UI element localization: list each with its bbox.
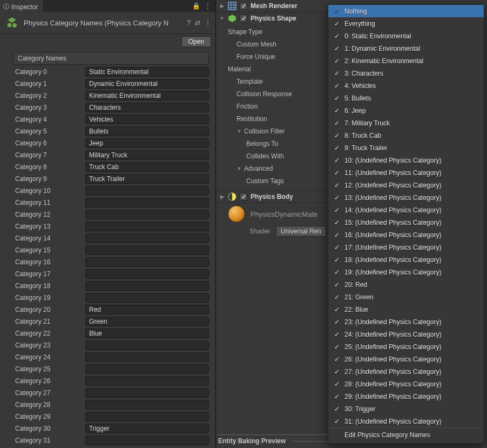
dropdown-item[interactable]: ✓10: (Undefined Physics Category) bbox=[328, 154, 484, 166]
dropdown-item[interactable]: ✓24: (Undefined Physics Category) bbox=[328, 328, 484, 340]
category-input[interactable] bbox=[85, 436, 209, 445]
category-label: Category 17 bbox=[13, 270, 83, 278]
menu-icon[interactable]: ⋮ bbox=[205, 19, 211, 26]
category-input[interactable] bbox=[85, 150, 209, 160]
dropdown-item[interactable]: ✓16: (Undefined Physics Category) bbox=[328, 229, 484, 241]
dropdown-item[interactable]: ✓27: (Undefined Physics Category) bbox=[328, 365, 484, 378]
category-input[interactable] bbox=[85, 388, 209, 398]
category-input[interactable] bbox=[85, 352, 209, 362]
dropdown-item[interactable]: ✓14: (Undefined Physics Category) bbox=[328, 204, 484, 216]
physics-shape-checkbox[interactable]: ✓ bbox=[240, 15, 247, 22]
category-input[interactable] bbox=[85, 222, 209, 231]
dropdown-item[interactable]: ✓22: Blue bbox=[328, 303, 484, 316]
tab-menu-icon[interactable]: ⋮ bbox=[205, 2, 211, 10]
check-icon: ✓ bbox=[334, 169, 340, 177]
category-input[interactable] bbox=[85, 91, 209, 101]
category-input[interactable] bbox=[85, 305, 209, 315]
category-input[interactable] bbox=[85, 281, 209, 291]
dropdown-item-label: 19: (Undefined Physics Category) bbox=[344, 269, 441, 276]
dropdown-item[interactable]: ✓20: Red bbox=[328, 278, 484, 291]
foldout-icon[interactable]: ▶ bbox=[219, 194, 225, 199]
dropdown-item[interactable]: ✓15: (Undefined Physics Category) bbox=[328, 216, 484, 229]
dropdown-item[interactable]: ✓18: (Undefined Physics Category) bbox=[328, 253, 484, 266]
dropdown-item[interactable]: ✓11: (Undefined Physics Category) bbox=[328, 166, 484, 179]
layer-mask-dropdown[interactable]: ✓ Nothing ✓ Everything ✓0: Static Enviro… bbox=[328, 4, 484, 444]
dropdown-item-everything[interactable]: ✓ Everything bbox=[328, 17, 484, 30]
dropdown-item[interactable]: ✓29: (Undefined Physics Category) bbox=[328, 390, 484, 403]
category-input[interactable] bbox=[85, 269, 209, 279]
category-input[interactable] bbox=[85, 245, 209, 255]
dropdown-item[interactable]: ✓25: (Undefined Physics Category) bbox=[328, 340, 484, 353]
dropdown-item[interactable]: ✓31: (Undefined Physics Category) bbox=[328, 415, 484, 427]
category-input[interactable] bbox=[85, 198, 209, 208]
dropdown-item[interactable]: ✓21: Green bbox=[328, 291, 484, 303]
help-icon[interactable]: ? bbox=[187, 19, 191, 26]
dropdown-item[interactable]: ✓6: Jeep bbox=[328, 104, 484, 117]
category-input[interactable] bbox=[85, 67, 209, 77]
foldout-icon[interactable]: ▼ bbox=[219, 16, 225, 21]
category-input[interactable] bbox=[85, 400, 209, 410]
category-input[interactable] bbox=[85, 412, 209, 422]
dropdown-item[interactable]: ✓2: Kinematic Environmental bbox=[328, 55, 484, 67]
category-input[interactable] bbox=[85, 340, 209, 350]
dropdown-item-label: 21: Green bbox=[344, 293, 373, 301]
dropdown-item[interactable]: ✓0: Static Environmental bbox=[328, 30, 484, 42]
dropdown-item[interactable]: ✓23: (Undefined Physics Category) bbox=[328, 316, 484, 328]
dropdown-item[interactable]: ✓13: (Undefined Physics Category) bbox=[328, 191, 484, 204]
dropdown-item[interactable]: ✓12: (Undefined Physics Category) bbox=[328, 179, 484, 191]
dropdown-item[interactable]: ✓26: (Undefined Physics Category) bbox=[328, 353, 484, 365]
category-input[interactable] bbox=[85, 79, 209, 89]
dropdown-item[interactable]: ✓19: (Undefined Physics Category) bbox=[328, 266, 484, 278]
category-input[interactable] bbox=[85, 103, 209, 112]
category-input[interactable] bbox=[85, 293, 209, 303]
category-input[interactable] bbox=[85, 138, 209, 148]
physics-body-label: Physics Body bbox=[251, 193, 293, 200]
dropdown-item[interactable]: ✓30: Trigger bbox=[328, 403, 484, 415]
check-icon: ✓ bbox=[334, 231, 340, 239]
lock-icon[interactable]: 🔒 bbox=[192, 2, 200, 10]
category-row: Category 31 bbox=[13, 434, 209, 446]
dropdown-item[interactable]: ✓9: Truck Trailer bbox=[328, 142, 484, 154]
check-icon: ✓ bbox=[334, 293, 340, 301]
category-row: Category 23 bbox=[13, 339, 209, 351]
category-input[interactable] bbox=[85, 115, 209, 124]
dropdown-item-label: 25: (Undefined Physics Category) bbox=[344, 343, 441, 351]
foldout-icon[interactable]: ▼ bbox=[236, 166, 242, 171]
category-row: Category 9 bbox=[13, 173, 209, 185]
dropdown-item-label: 23: (Undefined Physics Category) bbox=[344, 318, 441, 326]
category-input[interactable] bbox=[85, 424, 209, 433]
physics-body-checkbox[interactable]: ✓ bbox=[240, 193, 247, 200]
category-input[interactable] bbox=[85, 329, 209, 338]
dropdown-item[interactable]: ✓3: Characters bbox=[328, 67, 484, 79]
dropdown-item[interactable]: ✓28: (Undefined Physics Category) bbox=[328, 378, 484, 390]
mesh-renderer-checkbox[interactable]: ✓ bbox=[240, 2, 247, 10]
foldout-icon[interactable]: ▼ bbox=[236, 129, 242, 134]
category-input[interactable] bbox=[85, 162, 209, 172]
check-icon: ✓ bbox=[334, 219, 340, 226]
dropdown-edit-categories[interactable]: Edit Physics Category Names bbox=[328, 427, 484, 443]
category-input[interactable] bbox=[85, 233, 209, 243]
category-input[interactable] bbox=[85, 376, 209, 386]
dropdown-item[interactable]: ✓7: Military Truck bbox=[328, 117, 484, 129]
dropdown-item-nothing[interactable]: ✓ Nothing bbox=[328, 5, 484, 17]
category-input[interactable] bbox=[85, 126, 209, 136]
check-icon: ✓ bbox=[334, 70, 340, 77]
category-names-header[interactable]: Category Names bbox=[13, 52, 209, 65]
open-button[interactable]: Open bbox=[181, 36, 211, 47]
category-input[interactable] bbox=[85, 186, 209, 196]
dropdown-item[interactable]: ✓1: Dynamic Environmental bbox=[328, 42, 484, 55]
category-input[interactable] bbox=[85, 257, 209, 267]
tab-inspector[interactable]: ⓘ Inspector bbox=[0, 0, 44, 12]
dropdown-item[interactable]: ✓8: Truck Cab bbox=[328, 129, 484, 142]
dropdown-item[interactable]: ✓4: Vehicles bbox=[328, 79, 484, 92]
presets-icon[interactable]: ⇄ bbox=[195, 19, 200, 26]
foldout-icon[interactable]: ▶ bbox=[219, 3, 225, 9]
category-input[interactable] bbox=[85, 317, 209, 326]
shader-dropdown[interactable]: Universal Ren bbox=[276, 226, 326, 237]
dropdown-item[interactable]: ✓5: Bullets bbox=[328, 92, 484, 104]
dropdown-item[interactable]: ✓17: (Undefined Physics Category) bbox=[328, 241, 484, 253]
category-label: Category 25 bbox=[13, 365, 83, 373]
category-input[interactable] bbox=[85, 210, 209, 219]
category-input[interactable] bbox=[85, 174, 209, 184]
category-input[interactable] bbox=[85, 364, 209, 374]
